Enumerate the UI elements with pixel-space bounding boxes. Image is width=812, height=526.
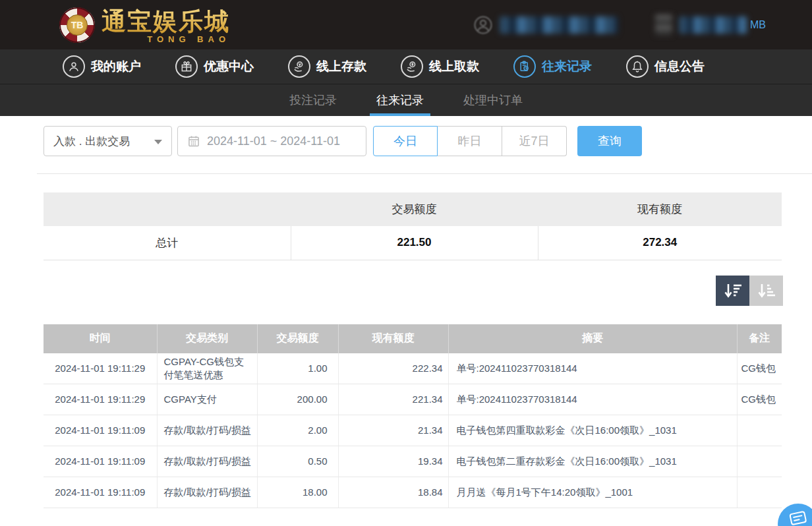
last7days-button[interactable]: 近7日 xyxy=(502,126,567,156)
nav-item-announcements[interactable]: 信息公告 xyxy=(626,55,705,78)
cell-balance: 222.34 xyxy=(338,353,448,384)
blurred-username xyxy=(500,16,618,34)
query-button[interactable]: 查询 xyxy=(577,126,642,156)
cell-balance: 18.84 xyxy=(338,477,448,508)
cell-summary: 电子钱包第二重存款彩金《次日16:00领取》_1031 xyxy=(448,446,737,477)
cell-amount: 2.00 xyxy=(257,415,338,446)
cell-note xyxy=(737,446,782,477)
nav-item-promotions[interactable]: 优惠中心 xyxy=(175,55,254,78)
nav-label: 我的账户 xyxy=(91,58,141,75)
tab-bet-records[interactable]: 投注记录 xyxy=(285,84,341,116)
col-note: 备注 xyxy=(737,324,782,353)
cell-type: CGPAY支付 xyxy=(157,384,257,415)
top-bar: TB 通宝娱乐城 TONG BAO MB xyxy=(0,0,812,49)
gift-icon xyxy=(175,55,198,78)
table-row: 2024-11-01 19:11:09 存款/取款/打码/损益 2.00 21.… xyxy=(44,415,782,446)
col-summary: 摘要 xyxy=(448,324,737,353)
cell-amount: 1.00 xyxy=(257,353,338,384)
chat-icon xyxy=(788,510,808,526)
blurred-wallet-icon xyxy=(655,15,672,36)
user-info: MB xyxy=(473,0,766,49)
col-type: 交易类别 xyxy=(157,324,257,353)
balance-unit: MB xyxy=(750,19,766,31)
summary-table: 交易额度 现有额度 总计 221.50 272.34 xyxy=(44,192,782,260)
summary-header-empty xyxy=(44,192,291,226)
cell-summary: 电子钱包第四重取款彩金《次日16:00领取》_1031 xyxy=(448,415,737,446)
cell-note: CG钱包 xyxy=(737,353,782,384)
nav-item-records[interactable]: 往来记录 xyxy=(513,55,592,78)
sort-controls xyxy=(0,276,783,306)
cell-summary: 月月送《每月1号下午14:20领取》_1001 xyxy=(448,477,737,508)
cell-type: 存款/取款/打码/损益 xyxy=(157,446,257,477)
section-divider xyxy=(37,173,812,174)
table-row: 2024-11-01 19:11:09 存款/取款/打码/损益 18.00 18… xyxy=(44,477,782,508)
cell-amount: 0.50 xyxy=(257,446,338,477)
cell-balance: 221.34 xyxy=(338,384,448,415)
tab-label: 投注记录 xyxy=(289,92,337,108)
cell-type: 存款/取款/打码/损益 xyxy=(157,477,257,508)
casino-chip-icon: TB xyxy=(59,7,95,43)
summary-transaction-total: 221.50 xyxy=(291,226,538,260)
deposit-icon xyxy=(288,55,310,78)
cell-summary: 单号:202411023770318144 xyxy=(448,384,737,415)
transaction-type-select[interactable]: 入款 . 出款交易 xyxy=(44,126,172,156)
brand-name-cn: 通宝娱乐城 xyxy=(102,5,230,38)
selected-type: 入款 . 出款交易 xyxy=(53,134,130,149)
cell-balance: 19.34 xyxy=(338,446,448,477)
table-header-row: 时间 交易类别 交易额度 现有额度 摘要 备注 xyxy=(44,324,782,353)
yesterday-button[interactable]: 昨日 xyxy=(438,126,502,156)
filter-row: 入款 . 出款交易 2024-11-01 ~ 2024-11-01 今日 昨日 … xyxy=(44,126,812,156)
nav-item-withdraw[interactable]: 线上取款 xyxy=(401,55,479,78)
col-transaction-amount: 交易额度 xyxy=(257,324,338,353)
summary-header-row: 交易额度 现有额度 xyxy=(44,192,782,226)
nav-label: 线上取款 xyxy=(429,58,479,75)
cell-time: 2024-11-01 19:11:29 xyxy=(44,384,157,415)
sort-ascending-button[interactable] xyxy=(749,276,783,306)
sub-tab-bar: 投注记录 往来记录 处理中订单 xyxy=(0,84,812,116)
cell-balance: 21.34 xyxy=(338,415,448,446)
tab-pending-orders[interactable]: 处理中订单 xyxy=(459,84,527,116)
nav-label: 优惠中心 xyxy=(204,58,254,75)
chevron-down-icon xyxy=(154,140,162,144)
records-icon xyxy=(513,55,536,78)
cell-type: 存款/取款/打码/损益 xyxy=(157,415,257,446)
quick-range-group: 今日 昨日 近7日 xyxy=(373,126,567,156)
date-range-value: 2024-11-01 ~ 2024-11-01 xyxy=(207,134,340,148)
cell-time: 2024-11-01 19:11:29 xyxy=(44,353,157,384)
nav-label: 信息公告 xyxy=(654,58,705,75)
nav-item-deposit[interactable]: 线上存款 xyxy=(288,55,366,78)
sort-ascending-icon xyxy=(757,283,776,299)
main-nav: 我的账户 优惠中心 线上存款 线上取款 xyxy=(0,49,812,84)
tab-label: 处理中订单 xyxy=(463,92,523,108)
table-row: 2024-11-01 19:11:09 存款/取款/打码/损益 0.50 19.… xyxy=(44,446,782,477)
sort-descending-button[interactable] xyxy=(716,276,749,306)
cell-amount: 18.00 xyxy=(257,477,338,508)
blurred-balance xyxy=(679,16,747,34)
summary-balance-total: 272.34 xyxy=(538,226,782,260)
sort-descending-icon xyxy=(724,283,742,299)
date-range-input[interactable]: 2024-11-01 ~ 2024-11-01 xyxy=(177,126,366,156)
cell-time: 2024-11-01 19:11:09 xyxy=(44,415,157,446)
cell-note xyxy=(737,477,782,508)
cell-note: CG钱包 xyxy=(737,384,782,415)
table-row: 2024-11-01 19:11:29 CGPAY支付 200.00 221.3… xyxy=(44,384,782,415)
tab-transaction-records[interactable]: 往来记录 xyxy=(372,84,428,116)
withdraw-icon xyxy=(401,55,423,78)
chip-label: TB xyxy=(67,15,88,36)
transactions-table: 时间 交易类别 交易额度 现有额度 摘要 备注 2024-11-01 19:11… xyxy=(44,324,782,509)
nav-label: 往来记录 xyxy=(542,58,592,75)
user-icon xyxy=(63,55,85,78)
cell-summary: 单号:202411023770318144 xyxy=(448,353,737,384)
today-button[interactable]: 今日 xyxy=(373,126,438,156)
brand-logo[interactable]: TB 通宝娱乐城 TONG BAO xyxy=(59,5,230,44)
table-row: 2024-11-01 19:11:29 CGPAY-CG钱包支付笔笔送优惠 1.… xyxy=(44,353,782,384)
cell-amount: 200.00 xyxy=(257,384,338,415)
summary-total-label: 总计 xyxy=(44,226,291,260)
user-avatar-icon xyxy=(473,15,493,35)
nav-item-my-account[interactable]: 我的账户 xyxy=(63,55,141,78)
brand-name-en: TONG BAO xyxy=(147,34,230,44)
cell-time: 2024-11-01 19:11:09 xyxy=(44,446,157,477)
customer-service-button[interactable] xyxy=(778,504,812,526)
calendar-icon xyxy=(187,134,200,148)
cell-time: 2024-11-01 19:11:09 xyxy=(44,477,157,508)
